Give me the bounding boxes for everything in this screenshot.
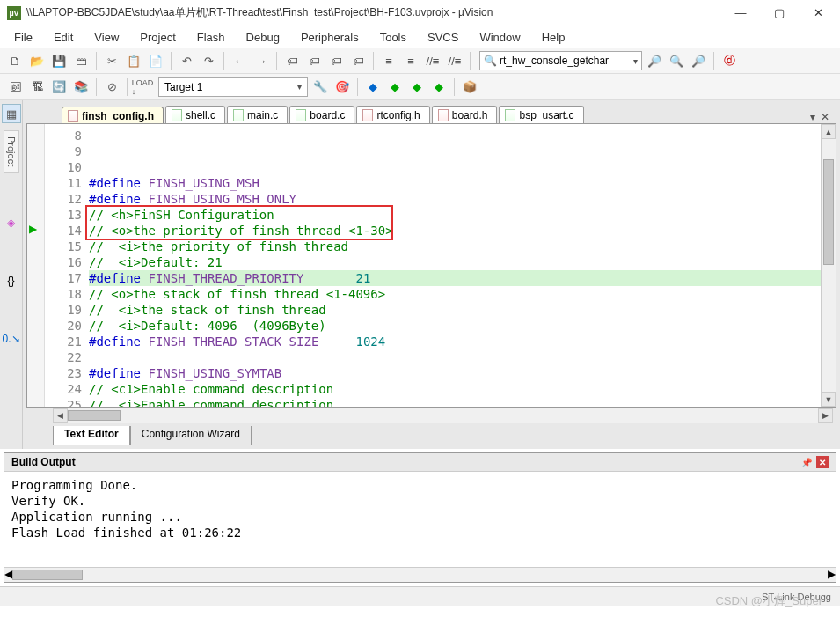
redo-icon[interactable]: ↷ xyxy=(199,51,218,70)
sidebar-icon-1[interactable]: ◈ xyxy=(4,215,19,231)
copy-icon[interactable]: 📋 xyxy=(124,51,143,70)
sidebar-icon-2[interactable]: {} xyxy=(4,273,19,289)
config-wizard-tab[interactable]: Configuration Wizard xyxy=(130,426,252,445)
find-prev-icon[interactable]: 🔍 xyxy=(667,51,686,70)
menu-svcs[interactable]: SVCS xyxy=(419,29,467,46)
save-icon[interactable]: 💾 xyxy=(49,51,69,70)
tab-board-h[interactable]: board.h xyxy=(432,106,498,123)
sidebar-icon-3[interactable]: 0.↘ xyxy=(4,331,19,347)
panel-close-icon[interactable]: ✕ xyxy=(816,456,829,468)
build-output-body[interactable]: Programming Done.Verify OK.Application r… xyxy=(4,472,836,567)
scroll-thumb[interactable] xyxy=(823,159,834,265)
tab-main-c[interactable]: main.c xyxy=(227,106,288,123)
indent-icon[interactable]: ≡ xyxy=(379,51,398,70)
menu-peripherals[interactable]: Peripherals xyxy=(292,29,368,46)
manage-books-icon[interactable]: ◆ xyxy=(407,77,427,97)
search-dropdown-icon[interactable]: ▾ xyxy=(633,56,638,66)
build-scroll-thumb[interactable] xyxy=(12,570,83,580)
project-collapse-icon[interactable]: ▦ xyxy=(2,104,21,123)
code-line[interactable]: #define FINSH_USING_MSH_ONLY xyxy=(89,191,821,207)
tab-board-c[interactable]: board.c xyxy=(289,106,354,123)
comment-icon[interactable]: //≡ xyxy=(423,51,442,70)
incremental-find-icon[interactable]: 🔎 xyxy=(689,51,708,70)
build-hscroll[interactable]: ◀ ▶ xyxy=(4,567,836,582)
bookmark-next-icon[interactable]: 🏷 xyxy=(326,51,346,70)
bookmark-icon[interactable]: 🏷 xyxy=(282,51,302,70)
menu-flash[interactable]: Flash xyxy=(188,29,234,46)
code-line[interactable]: // <i>the priority of finsh thread xyxy=(89,239,821,254)
stop-build-icon[interactable]: ⊘ xyxy=(102,77,121,97)
debug-icon[interactable]: ⓓ xyxy=(719,51,739,70)
code-line[interactable]: // <o>the priority of finsh thread <1-30… xyxy=(89,223,821,239)
tab-close-icon[interactable]: ✕ xyxy=(821,111,829,123)
manage-multi-icon[interactable]: ◆ xyxy=(385,77,405,97)
tab-menu-icon[interactable]: ▾ xyxy=(810,111,815,123)
bookmark-prev-icon[interactable]: 🏷 xyxy=(304,51,324,70)
uncomment-icon[interactable]: //≡ xyxy=(445,51,464,70)
open-file-icon[interactable]: 📂 xyxy=(27,51,47,70)
code-line[interactable]: #define FINSH_THREAD_STACK_SIZE 1024 xyxy=(89,334,821,349)
text-editor-tab[interactable]: Text Editor xyxy=(53,426,130,445)
breakpoint-margin[interactable]: ▶ xyxy=(27,124,45,407)
scroll-right-icon[interactable]: ▶ xyxy=(818,408,833,423)
translate-icon[interactable]: 🗟 xyxy=(5,77,25,97)
close-button[interactable]: ✕ xyxy=(807,4,829,22)
menu-edit[interactable]: Edit xyxy=(45,29,82,46)
scroll-down-icon[interactable]: ▼ xyxy=(822,392,836,407)
manage-project-icon[interactable]: ◆ xyxy=(363,77,383,97)
code-line[interactable]: #define FINSH_USING_SYMTAB xyxy=(89,365,821,381)
find-next-icon[interactable]: 🔎 xyxy=(645,51,664,70)
project-tab[interactable]: Project xyxy=(4,130,19,173)
maximize-button[interactable]: ▢ xyxy=(768,4,791,22)
code-line[interactable]: // <o>the stack of finsh thread <1-4096> xyxy=(89,286,821,302)
menu-file[interactable]: File xyxy=(5,29,41,46)
code-editor[interactable]: ▶ 891011121314151617181920212223242526 #… xyxy=(26,123,836,408)
tab-finsh_config-h[interactable]: finsh_config.h xyxy=(62,107,164,124)
tab-bsp_usart-c[interactable]: bsp_usart.c xyxy=(499,106,583,123)
cut-icon[interactable]: ✂ xyxy=(102,51,121,70)
minimize-button[interactable]: — xyxy=(729,4,752,22)
code-line[interactable] xyxy=(89,349,821,365)
pin-icon[interactable]: 📌 xyxy=(800,456,813,468)
nav-back-icon[interactable]: ← xyxy=(230,51,249,70)
code-line[interactable]: #define FINSH_USING_MSH xyxy=(89,175,821,191)
tab-rtconfig-h[interactable]: rtconfig.h xyxy=(356,106,429,123)
pack-installer-icon[interactable]: 📦 xyxy=(460,77,479,97)
menu-project[interactable]: Project xyxy=(131,29,184,46)
code-line[interactable]: #define FINSH_THREAD_PRIORITY 21 xyxy=(89,270,821,286)
code-content[interactable]: #define FINSH_USING_MSH#define FINSH_USI… xyxy=(89,124,821,407)
vertical-scrollbar[interactable]: ▲ ▼ xyxy=(821,124,836,407)
find-box[interactable]: 🔍 ▾ xyxy=(479,51,642,70)
search-input[interactable] xyxy=(500,55,632,67)
code-line[interactable]: // <i>the stack of finsh thread xyxy=(89,302,821,318)
manage-icon[interactable]: 🎯 xyxy=(332,77,352,97)
build-scroll-left-icon[interactable]: ◀ xyxy=(4,568,12,582)
scroll-left-icon[interactable]: ◀ xyxy=(53,408,68,423)
code-line[interactable]: // <c1>Enable command description xyxy=(89,381,821,397)
menu-help[interactable]: Help xyxy=(533,29,574,46)
tab-shell-c[interactable]: shell.c xyxy=(165,106,225,123)
paste-icon[interactable]: 📄 xyxy=(146,51,165,70)
batch-build-icon[interactable]: 📚 xyxy=(71,77,91,97)
menu-window[interactable]: Window xyxy=(471,29,529,46)
scroll-up-icon[interactable]: ▲ xyxy=(822,124,836,139)
manage-rte-icon[interactable]: ◆ xyxy=(429,77,449,97)
horizontal-scrollbar[interactable]: ◀ ▶ xyxy=(53,408,833,423)
build-scroll-right-icon[interactable]: ▶ xyxy=(828,568,836,582)
code-line[interactable]: // <i>Default: 4096 (4096Byte) xyxy=(89,318,821,334)
build-icon[interactable]: 🏗 xyxy=(27,77,47,97)
code-line[interactable]: // <h>FinSH Configuration xyxy=(89,207,821,223)
scroll-track[interactable] xyxy=(68,408,818,423)
code-line[interactable]: // <i>Enable command description xyxy=(89,397,821,408)
bookmark-clear-icon[interactable]: 🏷 xyxy=(348,51,368,70)
undo-icon[interactable]: ↶ xyxy=(177,51,196,70)
save-all-icon[interactable]: 🗃 xyxy=(71,51,91,70)
menu-view[interactable]: View xyxy=(85,29,128,46)
menu-debug[interactable]: Debug xyxy=(237,29,289,46)
download-icon[interactable]: LOAD↓ xyxy=(133,77,152,97)
target-selector[interactable]: Target 1 ▾ xyxy=(158,77,308,97)
new-file-icon[interactable]: 🗋 xyxy=(5,51,25,70)
hscroll-thumb[interactable] xyxy=(68,410,121,421)
nav-fwd-icon[interactable]: → xyxy=(252,51,271,70)
code-line[interactable]: // <i>Default: 21 xyxy=(89,254,821,270)
